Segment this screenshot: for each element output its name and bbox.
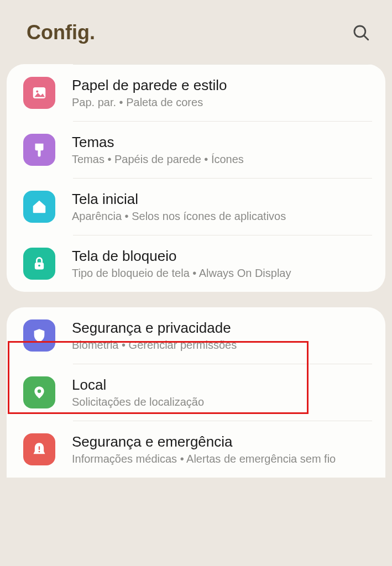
item-subtitle: Informações médicas • Alertas de emergên… [72, 453, 336, 465]
shield-icon [23, 319, 55, 352]
svg-point-8 [39, 451, 40, 453]
item-subtitle: Biometria • Gerenciar permissões [72, 339, 237, 352]
settings-item-wallpaper[interactable]: Papel de parede e estilo Pap. par. • Pal… [7, 65, 385, 121]
svg-rect-7 [39, 446, 40, 450]
settings-group-2: Segurança e privacidade Biometria • Gere… [7, 307, 385, 478]
settings-item-location[interactable]: Local Solicitações de localização [7, 364, 385, 421]
item-subtitle: Tipo de bloqueio de tela • Always On Dis… [72, 267, 291, 280]
lock-icon [23, 248, 55, 280]
pin-icon [23, 376, 55, 408]
item-title: Papel de parede e estilo [72, 77, 227, 94]
svg-point-5 [38, 265, 40, 267]
header: Config. [0, 0, 392, 61]
svg-line-1 [364, 36, 368, 40]
alert-icon [23, 433, 55, 465]
item-subtitle: Pap. par. • Paleta de cores [72, 96, 227, 109]
item-subtitle: Solicitações de localização [72, 396, 204, 408]
page-title: Config. [27, 21, 95, 44]
item-subtitle: Aparência • Selos nos ícones de aplicati… [72, 210, 286, 223]
item-title: Tela de bloqueio [72, 248, 291, 265]
item-subtitle: Temas • Papéis de parede • Ícones [72, 153, 244, 166]
settings-item-lock[interactable]: Tela de bloqueio Tipo de bloqueio de tel… [7, 235, 385, 292]
item-title: Segurança e privacidade [72, 319, 237, 337]
item-title: Local [72, 376, 204, 394]
settings-item-emergency[interactable]: Segurança e emergência Informações médic… [7, 421, 385, 478]
svg-point-6 [38, 390, 41, 394]
item-title: Tela inicial [72, 191, 286, 208]
settings-group-1: Papel de parede e estilo Pap. par. • Pal… [7, 64, 385, 292]
settings-item-themes[interactable]: Temas Temas • Papéis de parede • Ícones [7, 122, 385, 178]
search-icon [352, 23, 370, 42]
svg-point-3 [36, 91, 38, 93]
settings-item-security[interactable]: Segurança e privacidade Biometria • Gere… [7, 307, 385, 364]
search-button[interactable] [350, 22, 372, 44]
item-title: Temas [72, 134, 244, 151]
item-title: Segurança e emergência [72, 433, 336, 450]
home-icon [23, 191, 55, 223]
brush-icon [23, 134, 55, 166]
image-icon [23, 77, 55, 109]
settings-item-home[interactable]: Tela inicial Aparência • Selos nos ícone… [7, 179, 385, 235]
